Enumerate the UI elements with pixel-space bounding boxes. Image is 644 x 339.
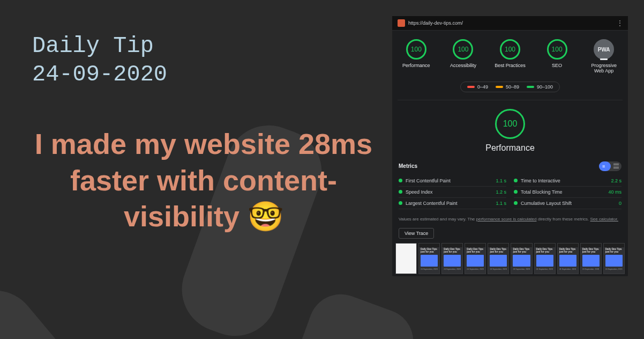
kicker: Daily Tip 24-09-2020 xyxy=(32,32,375,89)
metric-row[interactable]: Speed Index 1.2 s xyxy=(399,187,506,198)
status-dot-icon xyxy=(514,179,518,182)
filmstrip-frame: Daily Dev Tips just for you24 September,… xyxy=(441,243,463,274)
gauge-performance[interactable]: 100 Performance xyxy=(399,39,434,74)
score-gauges: 100 Performance 100 Accessibility 100 Be… xyxy=(392,31,628,77)
gauge-label: Progressive Web App xyxy=(586,63,621,74)
report-url: https://daily-dev-tips.com/ xyxy=(408,20,463,26)
filmstrip-frame xyxy=(395,243,417,274)
gauge-label: Performance xyxy=(402,63,430,68)
metric-row[interactable]: Largest Contentful Paint 1.1 s xyxy=(399,198,506,209)
kicker-line2: 24-09-2020 xyxy=(32,62,167,87)
metric-row[interactable]: Cumulative Layout Shift 0 xyxy=(514,198,621,209)
filmstrip-frame: Daily Dev Tips just for you24 September,… xyxy=(557,243,579,274)
footnote-link[interactable]: See calculator. xyxy=(590,217,618,222)
gauge-label: SEO xyxy=(552,63,562,68)
performance-title: Performance xyxy=(392,143,628,153)
filmstrip-frame: Daily Dev Tips just for you24 September,… xyxy=(511,243,532,274)
gauge-score: 100 xyxy=(547,39,567,60)
kicker-line1: Daily Tip xyxy=(32,33,154,59)
filmstrip: Daily Dev Tips just for you24 September,… xyxy=(392,243,628,274)
metrics-footnote: Values are estimated and may vary. The p… xyxy=(392,213,628,225)
headline: I made my website 28ms faster with conte… xyxy=(32,126,375,235)
favicon xyxy=(398,19,405,27)
expand-icon: ≡ xyxy=(602,164,605,169)
metric-row[interactable]: First Contentful Paint 1.1 s xyxy=(399,175,506,187)
gauge-score: 100 xyxy=(453,39,473,60)
filmstrip-frame: Daily Dev Tips just for you24 September,… xyxy=(488,243,509,274)
bg-shape xyxy=(285,285,422,339)
gauge-label: Best Practices xyxy=(495,63,526,68)
score-legend: 0–49 50–89 90–100 xyxy=(460,82,560,92)
status-dot-icon xyxy=(399,190,402,194)
metrics-grid: First Contentful Paint 1.1 s Time to Int… xyxy=(392,174,628,213)
big-score: 100 xyxy=(495,109,525,139)
filmstrip-frame: Daily Dev Tips just for you24 September,… xyxy=(534,243,556,274)
filmstrip-frame: Daily Dev Tips just for you24 September,… xyxy=(465,243,486,274)
metric-row[interactable]: Total Blocking Time 40 ms xyxy=(514,187,621,198)
gauge-seo[interactable]: 100 SEO xyxy=(540,39,575,74)
collapse-icon xyxy=(613,164,619,168)
status-dot-icon xyxy=(399,201,402,205)
gauge-score: 100 xyxy=(500,39,520,60)
filmstrip-frame: Daily Dev Tips just for you24 September,… xyxy=(603,243,625,274)
gauge-accessibility[interactable]: 100 Accessibility xyxy=(446,39,481,74)
pwa-badge: PWA xyxy=(594,39,614,60)
bg-shape xyxy=(0,273,138,339)
metrics-view-toggle[interactable]: ≡ xyxy=(599,161,621,171)
status-dot-icon xyxy=(514,201,518,205)
gauge-best-practices[interactable]: 100 Best Practices xyxy=(492,39,528,74)
status-dot-icon xyxy=(514,190,518,194)
lighthouse-panel: https://daily-dev-tips.com/ ⋮ 100 Perfor… xyxy=(392,16,628,276)
legend-mid-icon xyxy=(496,86,503,88)
footnote-link[interactable]: performance score is calculated xyxy=(476,217,537,222)
status-dot-icon xyxy=(399,179,402,182)
performance-section: 100 Performance xyxy=(392,100,628,158)
gauge-label: Accessibility xyxy=(450,63,476,68)
legend-low-icon xyxy=(467,86,475,88)
gauge-score: 100 xyxy=(406,39,426,60)
metric-row[interactable]: Time to Interactive 2.2 s xyxy=(514,175,621,187)
url-bar: https://daily-dev-tips.com/ ⋮ xyxy=(392,16,628,31)
metrics-heading: Metrics xyxy=(399,163,417,169)
legend-high-icon xyxy=(527,86,534,88)
filmstrip-frame: Daily Dev Tips just for you24 September,… xyxy=(580,243,602,274)
gauge-pwa[interactable]: PWA Progressive Web App xyxy=(586,39,621,74)
filmstrip-frame: Daily Dev Tips just for you24 September,… xyxy=(418,243,440,274)
menu-icon[interactable]: ⋮ xyxy=(617,19,623,27)
view-trace-button[interactable]: View Trace xyxy=(399,228,434,239)
